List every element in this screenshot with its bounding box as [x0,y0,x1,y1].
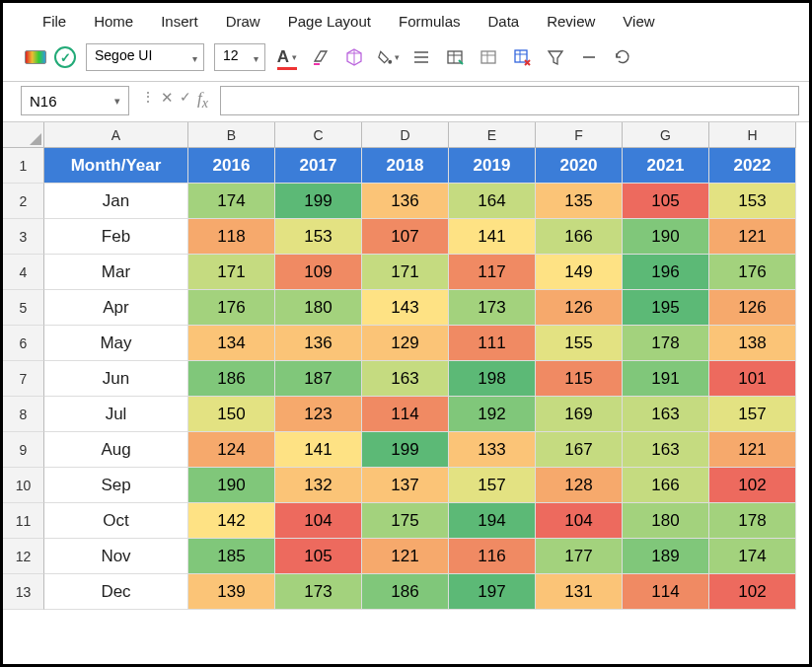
cell-A13[interactable]: Dec [44,574,188,610]
cell-H7[interactable]: 101 [709,361,796,397]
row-header-13[interactable]: 13 [3,574,44,610]
cell-A1[interactable]: Month/Year [44,148,188,184]
cell-F5[interactable]: 126 [536,290,623,326]
cell-H1[interactable]: 2022 [709,148,796,184]
row-header-3[interactable]: 3 [3,219,44,255]
name-box[interactable]: N16 ▾ [21,86,129,115]
cell-A5[interactable]: Apr [44,290,188,326]
table-delete-icon[interactable] [510,45,534,69]
cell-F4[interactable]: 149 [536,255,623,290]
cancel-x-icon[interactable]: ✕ [161,89,174,111]
select-all-triangle[interactable] [3,122,44,148]
cell-F10[interactable]: 128 [536,468,623,503]
menu-view[interactable]: View [623,13,654,30]
cell-B7[interactable]: 186 [188,361,275,397]
cell-C9[interactable]: 141 [275,432,362,468]
cell-G1[interactable]: 2021 [623,148,709,184]
col-header-D[interactable]: D [362,122,449,148]
cell-D10[interactable]: 137 [362,468,449,503]
refresh-icon[interactable] [611,45,634,69]
menu-home[interactable]: Home [94,13,133,30]
fx-icon[interactable]: fx [197,89,208,111]
cell-A11[interactable]: Oct [44,503,188,539]
cell-F1[interactable]: 2020 [536,148,623,184]
menu-dots-icon[interactable]: ⋮ [141,89,155,111]
cell-H10[interactable]: 102 [709,468,796,503]
cell-E8[interactable]: 192 [449,397,536,432]
cell-C5[interactable]: 180 [275,290,362,326]
font-size-select[interactable]: 12 ▾ [214,43,265,71]
cell-D11[interactable]: 175 [362,503,449,539]
cell-B5[interactable]: 176 [188,290,275,326]
cell-A3[interactable]: Feb [44,219,188,255]
cell-F12[interactable]: 177 [536,539,623,574]
cell-F9[interactable]: 167 [536,432,623,468]
menu-review[interactable]: Review [547,13,595,30]
row-header-10[interactable]: 10 [3,468,44,503]
row-header-11[interactable]: 11 [3,503,44,539]
cell-C1[interactable]: 2017 [275,148,362,184]
cell-G11[interactable]: 180 [623,503,709,539]
cell-H5[interactable]: 126 [709,290,796,326]
cell-B8[interactable]: 150 [188,397,275,432]
col-header-F[interactable]: F [536,122,623,148]
cell-C10[interactable]: 132 [275,468,362,503]
cell-D7[interactable]: 163 [362,361,449,397]
cell-F11[interactable]: 104 [536,503,623,539]
cell-E4[interactable]: 117 [449,255,536,290]
table2-icon[interactable] [477,45,500,69]
cell-F8[interactable]: 169 [536,397,623,432]
cell-G3[interactable]: 190 [623,219,709,255]
row-header-9[interactable]: 9 [3,432,44,468]
cell-B11[interactable]: 142 [188,503,275,539]
accept-check-icon[interactable]: ✓ [180,89,191,111]
cell-E7[interactable]: 198 [449,361,536,397]
cell-E12[interactable]: 116 [449,539,536,574]
table1-icon[interactable] [443,45,467,69]
cell-B4[interactable]: 171 [188,255,275,290]
col-header-B[interactable]: B [188,122,275,148]
cell-D2[interactable]: 136 [362,184,449,219]
cell-E9[interactable]: 133 [449,432,536,468]
cell-E3[interactable]: 141 [449,219,536,255]
cell-H4[interactable]: 176 [709,255,796,290]
row-header-4[interactable]: 4 [3,255,44,290]
clear-format-icon[interactable] [309,45,332,69]
cell-H8[interactable]: 157 [709,397,796,432]
cell-A6[interactable]: May [44,326,188,361]
menu-formulas[interactable]: Formulas [399,13,461,30]
cell-B6[interactable]: 134 [188,326,275,361]
align-icon[interactable] [409,45,433,69]
cell-H9[interactable]: 121 [709,432,796,468]
cell-E1[interactable]: 2019 [449,148,536,184]
cell-F7[interactable]: 115 [536,361,623,397]
font-color-icon[interactable]: A ▾ [275,45,299,69]
cell-F13[interactable]: 131 [536,574,623,610]
cell-C13[interactable]: 173 [275,574,362,610]
cell-F3[interactable]: 166 [536,219,623,255]
colorizer-icon[interactable] [25,50,46,64]
cell-E11[interactable]: 194 [449,503,536,539]
cell-B1[interactable]: 2016 [188,148,275,184]
cell-C11[interactable]: 104 [275,503,362,539]
check-icon[interactable]: ✓ [54,46,76,68]
cell-F6[interactable]: 155 [536,326,623,361]
col-header-G[interactable]: G [623,122,709,148]
cell-H3[interactable]: 121 [709,219,796,255]
cell-H6[interactable]: 138 [709,326,796,361]
menu-page-layout[interactable]: Page Layout [288,13,371,30]
cell-D6[interactable]: 129 [362,326,449,361]
cell-D5[interactable]: 143 [362,290,449,326]
col-header-C[interactable]: C [275,122,362,148]
cell-A7[interactable]: Jun [44,361,188,397]
cell-G6[interactable]: 178 [623,326,709,361]
cell-C8[interactable]: 123 [275,397,362,432]
row-header-8[interactable]: 8 [3,397,44,432]
cell-G4[interactable]: 196 [623,255,709,290]
cell-D12[interactable]: 121 [362,539,449,574]
cell-H13[interactable]: 102 [709,574,796,610]
cell-B3[interactable]: 118 [188,219,275,255]
cell-A9[interactable]: Aug [44,432,188,468]
cell-G10[interactable]: 166 [623,468,709,503]
col-header-H[interactable]: H [709,122,796,148]
